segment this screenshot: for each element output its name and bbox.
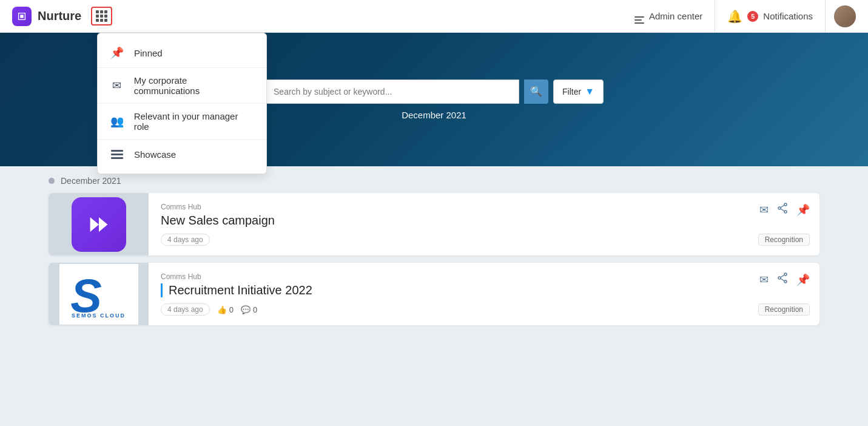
card-title-2[interactable]: Recruitment Initiative 2022 bbox=[161, 283, 807, 297]
dropdown-item-showcase[interactable]: Showcase bbox=[98, 139, 266, 169]
filter-button[interactable]: Filter ▼ bbox=[553, 79, 604, 104]
card-meta-2: 4 days ago 👍 0 💬 0 bbox=[161, 303, 807, 316]
svg-marker-1 bbox=[20, 15, 23, 18]
svg-line-16 bbox=[781, 275, 784, 277]
card-source-1: Comms Hub bbox=[161, 203, 807, 211]
card-pin-icon-1[interactable]: 📌 bbox=[796, 203, 810, 217]
logo-svg bbox=[16, 11, 27, 22]
group-icon: 👥 bbox=[110, 114, 124, 129]
svg-marker-6 bbox=[99, 217, 107, 232]
avatar[interactable] bbox=[834, 5, 856, 27]
apps-grid-button[interactable] bbox=[91, 7, 112, 25]
pin-icon: 📌 bbox=[110, 46, 124, 60]
dropdown-item-corporate-label: My corporate communications bbox=[134, 75, 254, 96]
card-new-sales: Comms Hub New Sales campaign 4 days ago … bbox=[49, 193, 819, 255]
svg-point-15 bbox=[784, 280, 787, 283]
header-right: Admin center 🔔 5 Notifications bbox=[622, 0, 856, 33]
semos-svg-logo: S bbox=[66, 270, 132, 319]
svg-marker-5 bbox=[90, 217, 98, 232]
grid-dots-icon bbox=[96, 10, 107, 22]
logo-text: Nurture bbox=[38, 9, 81, 23]
svg-point-9 bbox=[784, 211, 787, 213]
card-title-1[interactable]: New Sales campaign bbox=[161, 214, 807, 228]
section-date-label: December 2021 bbox=[61, 176, 121, 186]
card-age-2: 4 days ago bbox=[161, 303, 210, 316]
section-date-dot bbox=[49, 178, 55, 184]
dropdown-item-pinned[interactable]: 📌 Pinned bbox=[98, 38, 266, 67]
dropdown-item-corporate[interactable]: ✉ My corporate communications bbox=[98, 67, 266, 103]
likes-count: 0 bbox=[229, 305, 234, 314]
card-thumb-nurture bbox=[49, 193, 149, 255]
layers-icon bbox=[110, 147, 124, 161]
card-actions-2: ✉ 📌 bbox=[759, 272, 810, 286]
header: Nurture Admin center 🔔 5 Notifications bbox=[0, 0, 868, 33]
hero-date: December 2021 bbox=[402, 110, 466, 120]
card-pin-icon-2[interactable]: 📌 bbox=[796, 273, 810, 286]
card-mail-icon-2[interactable]: ✉ bbox=[759, 273, 769, 286]
card-likes-2[interactable]: 👍 0 bbox=[217, 305, 234, 314]
sliders-icon bbox=[634, 9, 644, 24]
card-age-1: 4 days ago bbox=[161, 234, 210, 246]
notifications-label: Notifications bbox=[763, 11, 813, 21]
card-recruitment: S SEMOS CLOUD Comms Hub Recruitment Init… bbox=[49, 263, 819, 325]
svg-rect-4 bbox=[111, 157, 123, 159]
svg-point-13 bbox=[784, 273, 787, 276]
dropdown-item-pinned-label: Pinned bbox=[134, 48, 163, 58]
admin-center-button[interactable]: Admin center bbox=[622, 0, 715, 33]
svg-line-10 bbox=[781, 205, 784, 208]
comment-icon: 💬 bbox=[241, 305, 251, 314]
svg-point-8 bbox=[778, 207, 781, 209]
dropdown-item-manager[interactable]: 👥 Relevant in your manager role bbox=[98, 103, 266, 139]
dropdown-item-manager-label: Relevant in your manager role bbox=[134, 111, 254, 132]
card-comments-2[interactable]: 💬 0 bbox=[241, 305, 257, 314]
card-body-2: Comms Hub Recruitment Initiative 2022 4 … bbox=[149, 263, 819, 325]
email-icon: ✉ bbox=[110, 78, 124, 93]
card-source-2: Comms Hub bbox=[161, 272, 807, 281]
notification-badge: 5 bbox=[747, 11, 758, 22]
dropdown-menu: 📌 Pinned ✉ My corporate communications 👥… bbox=[97, 33, 267, 174]
semos-cloud-text: SEMOS CLOUD bbox=[72, 313, 126, 319]
nurture-chevron-icon bbox=[84, 210, 113, 239]
svg-line-11 bbox=[781, 209, 784, 211]
svg-point-14 bbox=[778, 277, 781, 279]
avatar-image bbox=[834, 5, 856, 27]
main-content: December 2021 Comms Hub New Sales campai… bbox=[0, 166, 868, 426]
search-icon: 🔍 bbox=[530, 86, 542, 97]
search-bar: 🔍 Filter ▼ bbox=[264, 79, 604, 104]
comments-count: 0 bbox=[253, 305, 257, 314]
card-mail-icon-1[interactable]: ✉ bbox=[759, 203, 769, 217]
card-actions-1: ✉ 📌 bbox=[759, 203, 810, 217]
card-body-1: Comms Hub New Sales campaign 4 days ago … bbox=[149, 193, 819, 255]
thumb-up-icon: 👍 bbox=[217, 305, 227, 314]
card-tag-1: Recognition bbox=[758, 234, 810, 246]
card-share-icon-1[interactable] bbox=[777, 203, 788, 217]
search-button[interactable]: 🔍 bbox=[524, 79, 548, 104]
admin-center-label: Admin center bbox=[649, 11, 702, 21]
bell-icon: 🔔 bbox=[727, 9, 742, 24]
nurture-logo-thumb bbox=[72, 197, 126, 252]
svg-point-7 bbox=[784, 203, 787, 206]
card-share-icon-2[interactable] bbox=[777, 272, 788, 286]
semos-logo-thumb: S SEMOS CLOUD bbox=[59, 264, 138, 325]
search-input[interactable] bbox=[264, 79, 519, 104]
dropdown-item-showcase-label: Showcase bbox=[134, 149, 176, 160]
logo: Nurture bbox=[12, 7, 81, 26]
svg-rect-3 bbox=[111, 154, 123, 155]
svg-text:S: S bbox=[70, 270, 102, 319]
card-meta-1: 4 days ago bbox=[161, 234, 807, 246]
card-tag-2: Recognition bbox=[758, 303, 810, 316]
filter-chevron-icon: ▼ bbox=[585, 86, 594, 97]
svg-line-17 bbox=[781, 279, 784, 281]
card-thumb-semos: S SEMOS CLOUD bbox=[49, 263, 149, 325]
logo-icon bbox=[12, 7, 32, 26]
notifications-button[interactable]: 🔔 5 Notifications bbox=[715, 0, 826, 33]
filter-label: Filter bbox=[562, 87, 581, 96]
svg-rect-2 bbox=[111, 150, 123, 152]
